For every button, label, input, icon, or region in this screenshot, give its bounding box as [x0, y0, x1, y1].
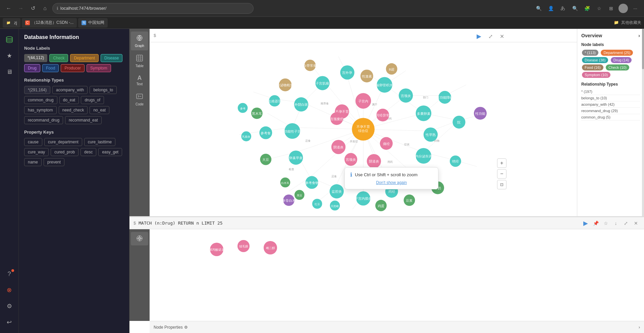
zoom-out-btn[interactable]: − — [497, 169, 506, 179]
ov-tag-all[interactable]: * (113) — [582, 50, 598, 56]
tag-disease[interactable]: Disease — [101, 54, 122, 62]
rel-tag-recommand-drug[interactable]: recommand_drug — [24, 116, 63, 124]
bookmarks-right[interactable]: 📁 其他收藏夹 — [614, 20, 641, 26]
run-query-btn[interactable]: ▶ — [474, 32, 484, 41]
bottom-graph-canvas[interactable]: 苯丙酸诺龙 绒毛膜 雌二醇 — [150, 229, 644, 321]
prop-cured-prob[interactable]: cured_prob — [51, 148, 78, 156]
code-tool-btn[interactable]: Code — [131, 90, 148, 109]
zoom-icon-btn[interactable]: 🔍 — [570, 4, 580, 13]
overview-chevron[interactable]: › — [638, 33, 640, 38]
prop-prevent[interactable]: prevent — [44, 158, 64, 166]
profile-avatar[interactable] — [619, 4, 628, 13]
ov-rel-recommand[interactable]: recommand_drug (29) — [581, 108, 640, 114]
svg-text:苯丙酸诺龙: 苯丙酸诺龙 — [209, 248, 224, 251]
star-icon-btn[interactable]: ★ — [3, 49, 16, 62]
search-icon-btn[interactable]: 🔍 — [534, 4, 543, 13]
user-icon-btn[interactable]: 👤 — [546, 4, 555, 13]
ov-tag-symptom[interactable]: Symptom (10) — [582, 72, 610, 78]
tag-drug[interactable]: Drug — [24, 64, 40, 72]
graph-canvas[interactable]: 属于 推荐药 并发症 检查 忌食 推荐食 用药 症状 部门 药物 忌食 检查 — [150, 42, 577, 216]
rel-tag-common[interactable]: common_drug — [24, 96, 57, 104]
bottom-pin-btn[interactable]: 📌 — [592, 219, 600, 227]
property-keys-title: Property Keys — [24, 130, 124, 135]
zoom-in-btn[interactable]: + — [497, 158, 506, 168]
bottom-graph-tool-btn[interactable] — [131, 232, 148, 245]
ov-rel-all[interactable]: * (197) — [581, 89, 640, 95]
text-tool-btn[interactable]: A Text — [131, 72, 148, 89]
table-tool-btn[interactable]: Table — [131, 52, 148, 70]
tab-zj[interactable]: 📁 zj — [3, 18, 20, 28]
bottom-expand-btn[interactable]: ⤢ — [622, 219, 630, 227]
url-bar[interactable]: ℹ localhost:7474/browser/ — [52, 3, 254, 14]
close-query-btn[interactable]: ✕ — [497, 32, 506, 41]
rel-tag-belongs[interactable]: belongs_to — [90, 86, 117, 94]
scrollbar-thumb[interactable] — [642, 29, 644, 69]
back-button[interactable]: ← — [4, 4, 13, 13]
ov-tag-check[interactable]: Check (10) — [606, 64, 629, 70]
svg-text:白带常规: 白带常规 — [303, 64, 317, 67]
tab-zhidao[interactable]: 知 中国知网 — [78, 18, 108, 28]
tag-producer[interactable]: Producer — [61, 64, 85, 72]
fit-graph-btn[interactable]: ⊡ — [497, 180, 506, 189]
bottom-close-btn[interactable]: ✕ — [632, 219, 640, 227]
bottom-download-btn[interactable]: ↓ — [612, 219, 620, 227]
svg-text:不孕不育: 不孕不育 — [357, 125, 370, 129]
rel-tag-no-eat[interactable]: no_eat — [90, 106, 109, 114]
fullscreen-btn[interactable]: ⤢ — [486, 32, 495, 41]
rel-tag-drugs-of[interactable]: drugs_of — [81, 96, 104, 104]
prop-easy-get[interactable]: easy_get — [98, 148, 122, 156]
tab-csdn[interactable]: C （12条消息）CSDN -... — [22, 18, 77, 28]
ov-tag-food[interactable]: Food (16) — [582, 64, 603, 70]
more-button[interactable]: ··· — [631, 4, 640, 13]
home-button[interactable]: ⌂ — [40, 4, 50, 13]
ov-rel-acompany[interactable]: acompany_with (42) — [581, 101, 640, 108]
reload-button[interactable]: ↺ — [28, 4, 38, 13]
tag-food[interactable]: Food — [42, 64, 59, 72]
db-icon-btn[interactable] — [3, 33, 16, 46]
tag-check[interactable]: Check — [49, 54, 68, 62]
rel-tag-all[interactable]: *(291,164) — [24, 86, 50, 94]
svg-text:性激素: 性激素 — [362, 75, 372, 78]
dont-show-link[interactable]: Don't show again — [376, 180, 407, 185]
svg-text:性功能障碍: 性功能障碍 — [436, 96, 453, 99]
rel-tag-recommand-eat[interactable]: recommand_eat — [65, 116, 102, 124]
overview-scrollbar[interactable] — [642, 29, 644, 216]
tag-department[interactable]: Department — [70, 54, 99, 62]
prop-cause[interactable]: cause — [24, 138, 42, 146]
settings-icon-btn[interactable]: ⚙ — [3, 299, 16, 313]
prop-cure-dept[interactable]: cure_department — [44, 138, 82, 146]
prop-cure-last[interactable]: cure_lasttime — [84, 138, 115, 146]
bottom-run-btn[interactable]: ▶ — [582, 219, 590, 227]
collections-icon-btn[interactable]: ⊞ — [606, 4, 616, 13]
ov-rel-belongs[interactable]: belongs_to (10) — [581, 95, 640, 101]
text-icon: A — [138, 75, 142, 82]
prop-name[interactable]: name — [24, 158, 42, 166]
rel-tag-acompany[interactable]: acompany_with — [52, 86, 88, 94]
db-panel-title: Database Information — [24, 34, 124, 40]
monitor-icon-btn[interactable]: 🖥 — [3, 65, 16, 79]
extensions-icon-btn[interactable]: 🧩 — [582, 4, 592, 13]
ov-rel-common[interactable]: common_drug (5) — [581, 114, 640, 121]
favorites-icon-btn[interactable]: ☆ — [594, 4, 604, 13]
forward-button[interactable]: → — [16, 4, 25, 13]
rel-tag-do-eat[interactable]: do_eat — [59, 96, 79, 104]
tag-symptom[interactable]: Symptom — [87, 64, 111, 72]
graph-tool-btn[interactable]: Graph — [131, 32, 148, 50]
tag-all[interactable]: *(44,112) — [24, 54, 47, 62]
help-icon-btn[interactable]: ? — [3, 267, 16, 281]
error-icon-btn[interactable]: ⊗ — [3, 283, 16, 297]
prop-desc[interactable]: desc — [80, 148, 96, 156]
ov-tag-drug[interactable]: Drug (14) — [611, 57, 632, 63]
node-props-chevron[interactable]: › — [639, 325, 640, 330]
rel-tag-has-symptom[interactable]: has_symptom — [24, 106, 57, 114]
rel-tag-need-check[interactable]: need_check — [59, 106, 88, 114]
bottom-star-btn[interactable]: ☆ — [602, 219, 610, 227]
prop-cure-way[interactable]: cure_way — [24, 148, 49, 156]
translate-icon-btn[interactable]: あ — [558, 4, 568, 13]
svg-text:部门: 部门 — [423, 96, 428, 99]
back-nav-icon-btn[interactable]: ↩ — [3, 316, 16, 329]
node-props-gear[interactable]: ⚙ — [184, 325, 188, 330]
ov-tag-department[interactable]: Department (25) — [601, 50, 633, 56]
svg-text:参考: 参考 — [240, 107, 246, 110]
ov-tag-disease[interactable]: Disease (38) — [582, 57, 608, 63]
